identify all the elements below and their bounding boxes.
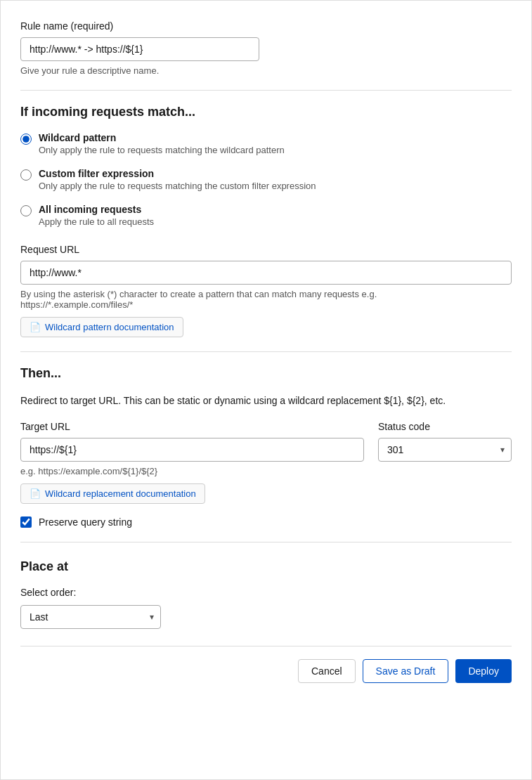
incoming-heading: If incoming requests match... (20, 105, 512, 119)
rule-name-label: Rule name (required) (20, 20, 512, 32)
cancel-button[interactable]: Cancel (298, 659, 356, 683)
target-status-row: Target URL Status code 301 302 307 308 ▾ (20, 421, 512, 462)
place-at-section: Place at Select order: First Last Custom… (20, 559, 512, 629)
radio-all-text: All incoming requests Apply the rule to … (39, 204, 154, 227)
divider-2 (20, 351, 512, 352)
status-code-label: Status code (378, 421, 512, 432)
radio-item-all[interactable]: All incoming requests Apply the rule to … (20, 204, 512, 227)
then-section: Then... Redirect to target URL. This can… (20, 366, 512, 528)
footer-bar: Cancel Save as Draft Deploy (20, 646, 512, 696)
divider-3 (20, 542, 512, 542)
target-url-input[interactable] (20, 438, 364, 462)
radio-custom[interactable] (20, 169, 32, 181)
radio-all[interactable] (20, 205, 32, 216)
rule-name-section: Rule name (required) Give your rule a de… (20, 20, 512, 76)
wildcard-doc-label: Wildcard pattern documentation (45, 322, 174, 332)
then-description: Redirect to target URL. This can be stat… (20, 394, 512, 408)
target-url-col: Target URL (20, 421, 364, 462)
place-at-heading: Place at (20, 559, 512, 574)
save-as-draft-button[interactable]: Save as Draft (363, 659, 449, 683)
preserve-query-checkbox[interactable] (20, 516, 32, 528)
radio-wildcard-text: Wildcard pattern Only apply the rule to … (39, 132, 285, 155)
divider-1 (20, 90, 512, 91)
wildcard-doc-icon: 📄 (30, 322, 41, 332)
target-url-help: e.g. https://example.com/${1}/${2} (20, 466, 512, 476)
radio-item-custom[interactable]: Custom filter expression Only apply the … (20, 168, 512, 191)
select-order-label: Select order: (20, 587, 512, 598)
rule-name-help: Give your rule a descriptive name. (20, 65, 512, 76)
radio-custom-label: Custom filter expression (39, 168, 316, 179)
select-order-wrapper: First Last Custom ▾ (20, 605, 161, 629)
request-url-label: Request URL (20, 244, 512, 255)
target-url-label: Target URL (20, 421, 364, 432)
status-code-col: Status code 301 302 307 308 ▾ (378, 421, 512, 462)
radio-wildcard[interactable] (20, 134, 32, 145)
radio-custom-text: Custom filter expression Only apply the … (39, 168, 316, 191)
request-url-input[interactable] (20, 261, 512, 285)
request-url-section: Request URL By using the asterisk (*) ch… (20, 244, 512, 337)
place-at-select[interactable]: First Last Custom (20, 605, 161, 629)
radio-wildcard-label: Wildcard pattern (39, 132, 285, 143)
preserve-query-row[interactable]: Preserve query string (20, 516, 512, 528)
status-code-select[interactable]: 301 302 307 308 (378, 438, 512, 462)
rule-name-input[interactable] (20, 37, 259, 61)
status-code-select-wrapper: 301 302 307 308 ▾ (378, 438, 512, 462)
radio-item-wildcard[interactable]: Wildcard pattern Only apply the rule to … (20, 132, 512, 155)
radio-all-label: All incoming requests (39, 204, 154, 215)
incoming-section: If incoming requests match... Wildcard p… (20, 105, 512, 227)
radio-all-desc: Apply the rule to all requests (39, 216, 154, 227)
radio-wildcard-desc: Only apply the rule to requests matching… (39, 145, 285, 155)
wildcard-replacement-doc-icon: 📄 (30, 488, 41, 499)
page-container: Rule name (required) Give your rule a de… (0, 0, 532, 780)
wildcard-doc-link[interactable]: 📄 Wildcard pattern documentation (20, 317, 183, 337)
then-heading: Then... (20, 366, 512, 381)
wildcard-replacement-doc-link[interactable]: 📄 Wildcard replacement documentation (20, 483, 205, 504)
wildcard-replacement-doc-label: Wildcard replacement documentation (45, 488, 196, 499)
deploy-button[interactable]: Deploy (455, 659, 512, 683)
match-type-radio-group: Wildcard pattern Only apply the rule to … (20, 132, 512, 227)
radio-custom-desc: Only apply the rule to requests matching… (39, 181, 316, 191)
preserve-query-label: Preserve query string (39, 516, 132, 528)
request-url-help-1: By using the asterisk (*) character to c… (20, 289, 512, 310)
